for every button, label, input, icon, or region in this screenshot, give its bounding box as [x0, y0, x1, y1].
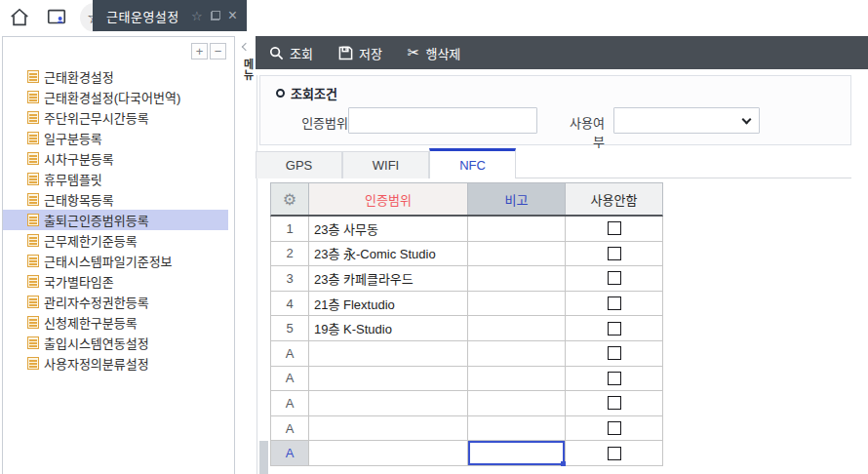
- collapse-left-icon[interactable]: [242, 43, 250, 51]
- row-number-cell[interactable]: 1: [271, 217, 309, 241]
- tab-wifi[interactable]: WIFI: [342, 151, 429, 178]
- table-row[interactable]: 5 19층 K-Studio: [270, 316, 663, 341]
- save-button[interactable]: 저장: [338, 44, 382, 62]
- tree-item[interactable]: 휴무템플릿: [3, 169, 228, 189]
- disabled-cell[interactable]: [566, 441, 662, 465]
- disabled-checkbox[interactable]: [608, 221, 621, 235]
- delete-row-button[interactable]: ✂ 행삭제: [408, 44, 460, 62]
- note-cell[interactable]: [468, 416, 566, 441]
- row-number-cell[interactable]: A: [271, 367, 309, 391]
- tree-item[interactable]: 근태시스템파일기준정보: [3, 251, 228, 271]
- disabled-checkbox[interactable]: [608, 421, 621, 435]
- tab-label: GPS: [286, 158, 312, 173]
- auth-range-cell[interactable]: 19층 K-Studio: [309, 316, 468, 340]
- row-number-cell[interactable]: A: [271, 391, 309, 415]
- note-cell[interactable]: [468, 391, 566, 415]
- disabled-cell[interactable]: [566, 391, 662, 415]
- tab-attendance-settings[interactable]: 근태운영설정 ☆ ×: [93, 0, 247, 31]
- auth-range-cell[interactable]: 21층 Flextudio: [309, 292, 468, 316]
- disabled-checkbox[interactable]: [608, 372, 621, 385]
- search-button[interactable]: 조회: [269, 44, 313, 62]
- disabled-cell[interactable]: [566, 217, 662, 241]
- disabled-checkbox[interactable]: [608, 346, 621, 360]
- grid-header-disabled[interactable]: 사용안함: [566, 183, 662, 215]
- tree-expand-all-button[interactable]: +: [191, 43, 208, 59]
- table-row[interactable]: A: [270, 416, 663, 442]
- auth-range-cell[interactable]: [309, 391, 468, 415]
- auth-range-cell[interactable]: [309, 416, 468, 441]
- tab-duplicate-icon[interactable]: [211, 11, 220, 20]
- tree-item[interactable]: 일구분등록: [3, 128, 228, 148]
- disabled-cell[interactable]: [566, 316, 662, 340]
- grid-header-note[interactable]: 비고: [468, 183, 566, 215]
- auth-range-cell[interactable]: 23층 사무동: [309, 217, 468, 241]
- use-flag-select[interactable]: [613, 107, 760, 134]
- tab-title: 근태운영설정: [106, 7, 183, 25]
- row-number-cell[interactable]: 5: [271, 316, 309, 340]
- window-user-icon[interactable]: [43, 4, 70, 31]
- table-row[interactable]: 4 21층 Flextudio: [270, 292, 663, 317]
- auth-range-cell[interactable]: 23층 카페클라우드: [309, 266, 468, 291]
- tab-nfc[interactable]: NFC: [429, 148, 516, 178]
- row-number-cell[interactable]: 2: [271, 242, 309, 266]
- tree-item[interactable]: 근무제한기준등록: [3, 230, 228, 251]
- disabled-cell[interactable]: [566, 292, 662, 316]
- tree-item[interactable]: 근태환경설정(다국어번역): [3, 87, 228, 107]
- tree-item[interactable]: 사용자정의분류설정: [3, 353, 228, 374]
- disabled-checkbox[interactable]: [608, 447, 621, 460]
- auth-range-cell[interactable]: [309, 367, 468, 391]
- table-row[interactable]: 3 23층 카페클라우드: [270, 266, 663, 292]
- note-cell[interactable]: [468, 242, 566, 266]
- row-number-cell[interactable]: A: [271, 416, 309, 441]
- tab-close-icon[interactable]: ×: [228, 8, 237, 23]
- row-number-cell[interactable]: A: [271, 441, 309, 465]
- disabled-checkbox[interactable]: [608, 296, 621, 310]
- tab-star-icon[interactable]: ☆: [191, 10, 203, 22]
- row-number-cell[interactable]: 3: [271, 266, 309, 291]
- vertical-scrollbar-thumb[interactable]: [259, 441, 268, 474]
- disabled-cell[interactable]: [566, 242, 662, 266]
- table-row[interactable]: A: [270, 391, 663, 416]
- note-cell[interactable]: [468, 367, 566, 391]
- note-cell[interactable]: [468, 217, 566, 241]
- tree-collapse-all-button[interactable]: −: [210, 43, 226, 59]
- note-cell[interactable]: [468, 316, 566, 340]
- disabled-checkbox[interactable]: [608, 396, 621, 410]
- table-row[interactable]: 1 23층 사무동: [270, 217, 663, 242]
- auth-range-cell[interactable]: [309, 341, 468, 366]
- grid-header-auth-range[interactable]: 인증범위: [309, 183, 468, 215]
- disabled-checkbox[interactable]: [608, 271, 621, 285]
- auth-range-cell[interactable]: [309, 441, 468, 465]
- note-cell[interactable]: [468, 292, 566, 316]
- table-row[interactable]: A: [270, 441, 663, 466]
- note-cell[interactable]: [468, 341, 566, 366]
- auth-range-input[interactable]: [348, 107, 537, 134]
- tree-item[interactable]: 근태환경설정: [3, 66, 228, 87]
- note-cell[interactable]: [468, 441, 566, 465]
- tree-item[interactable]: 국가별타임존: [3, 271, 228, 292]
- disabled-checkbox[interactable]: [608, 247, 621, 260]
- disabled-cell[interactable]: [566, 341, 662, 366]
- strip-vertical-label[interactable]: 메뉴: [240, 59, 256, 80]
- disabled-cell[interactable]: [566, 367, 662, 391]
- tree-item[interactable]: 신청제한구분등록: [3, 312, 228, 333]
- tab-gps[interactable]: GPS: [256, 151, 342, 178]
- home-icon[interactable]: [6, 4, 33, 31]
- grid-settings-gear-icon[interactable]: ⚙: [271, 183, 309, 215]
- tree-item[interactable]: 관리자수정권한등록: [3, 292, 228, 312]
- tree-item[interactable]: 출입시스템연동설정: [3, 333, 228, 353]
- tree-item[interactable]: 주단위근무시간등록: [3, 107, 228, 128]
- row-number-cell[interactable]: A: [271, 341, 309, 366]
- auth-range-cell[interactable]: 23층 永-Comic Studio: [309, 242, 468, 266]
- table-row[interactable]: 2 23층 永-Comic Studio: [270, 242, 663, 267]
- disabled-cell[interactable]: [566, 266, 662, 291]
- table-row[interactable]: A: [270, 367, 663, 392]
- disabled-cell[interactable]: [566, 416, 662, 441]
- tree-item[interactable]: 출퇴근인증범위등록: [3, 210, 228, 230]
- row-number-cell[interactable]: 4: [271, 292, 309, 316]
- tree-item[interactable]: 근태항목등록: [3, 189, 228, 210]
- table-row[interactable]: A: [270, 341, 663, 367]
- note-cell[interactable]: [468, 266, 566, 291]
- tree-item[interactable]: 시차구분등록: [3, 148, 228, 169]
- disabled-checkbox[interactable]: [608, 322, 621, 336]
